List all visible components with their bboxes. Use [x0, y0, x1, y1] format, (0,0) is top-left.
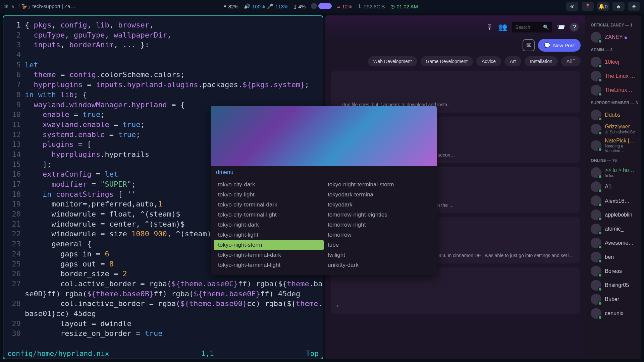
- speaker-icon: 🔊: [244, 3, 250, 9]
- line-number: 18: [3, 189, 25, 199]
- avatar: [591, 308, 601, 319]
- member-row[interactable]: Awesomeness211i: [589, 236, 638, 250]
- avatar: [591, 167, 601, 178]
- member-row[interactable]: NatePick | Pop!_OS…◆Needing a Vacation…: [589, 136, 638, 155]
- code-content: gaps_out = 8: [25, 259, 114, 269]
- member-name: cenunix: [605, 310, 623, 316]
- tag-filter[interactable]: Installation: [525, 56, 558, 66]
- dmenu-item[interactable]: tube: [324, 240, 433, 250]
- line-number: 5: [3, 60, 25, 70]
- boost-badge-icon: ◆: [624, 35, 627, 40]
- code-content: gaps_in = 6: [25, 249, 109, 259]
- dmenu-item[interactable]: tomorrow-night-eighties: [324, 210, 433, 220]
- dmenu-item[interactable]: tokyo-city-dark: [214, 180, 324, 190]
- member-row[interactable]: Brisingr05: [589, 278, 638, 292]
- member-row[interactable]: Buber: [589, 292, 638, 306]
- code-content: hyprplugins.hyprtrails: [25, 149, 149, 160]
- visibility-icon[interactable]: 👁: [566, 2, 578, 11]
- member-row[interactable]: cenunix: [589, 306, 638, 320]
- member-name: >> lu > hovership > …◆: [605, 167, 636, 173]
- pin-icon[interactable]: 📍: [582, 2, 594, 11]
- member-row[interactable]: Boreas: [589, 264, 638, 278]
- status-online-icon: [598, 189, 602, 193]
- scroll-position: Top: [306, 349, 319, 358]
- forum-controls: ✉ 💬 New Post: [325, 39, 585, 56]
- tag-filter[interactable]: Game Development: [421, 56, 473, 66]
- notifications-button[interactable]: 🔔0: [597, 2, 609, 11]
- tag-filter[interactable]: Art: [504, 56, 521, 66]
- member-status: Needing a Vacation…: [605, 144, 636, 153]
- status-online-icon: [598, 245, 602, 249]
- post-snippet: r: [337, 303, 574, 308]
- dmenu-item[interactable]: tokyo-city-terminal-dark: [214, 200, 324, 210]
- member-row[interactable]: appleboblin: [589, 208, 638, 222]
- member-name: Brisingr05: [605, 282, 629, 288]
- dmenu-item[interactable]: tokyo-night-terminal-storm: [324, 180, 433, 190]
- theme-preview-image: [211, 106, 437, 166]
- dmenu-item[interactable]: tomorrow-night: [324, 220, 433, 230]
- code-line: 29 layout = dwindle: [3, 319, 323, 329]
- member-row[interactable]: TheLinuxCast: [589, 83, 638, 97]
- dmenu-item[interactable]: tokyodark: [324, 200, 433, 210]
- member-row[interactable]: atomic_: [589, 222, 638, 236]
- line-number: 7: [3, 80, 25, 90]
- code-content: inputs, borderAnim, ... }:: [25, 40, 149, 50]
- member-row[interactable]: 10leej: [589, 55, 638, 69]
- tag-filter[interactable]: Advice: [476, 56, 501, 66]
- code-line: 2 cpuType, gpuType, wallpaperDir,: [3, 30, 323, 40]
- code-line: 3 inputs, borderAnim, ... }:: [3, 40, 323, 50]
- discord-icon[interactable]: ◈: [628, 2, 640, 11]
- disk-stat: ⬇ 292.8GiB: [358, 3, 385, 9]
- tag-all[interactable]: All ˅: [561, 56, 581, 66]
- user-icon[interactable]: ☻: [612, 2, 625, 11]
- dmenu-item[interactable]: tokyodark-terminal: [324, 190, 433, 200]
- snowflake-icon: ❄: [4, 3, 8, 10]
- members-sidebar[interactable]: OFFICIAL ZANEY — 1ZANEY◆ADMIN — 310leejT…: [585, 15, 641, 359]
- member-row[interactable]: The Linux Tube: [589, 69, 638, 83]
- dmenu-item[interactable]: tomorrow: [324, 230, 433, 240]
- code-line: 5let: [3, 60, 323, 70]
- tag-filter[interactable]: Web Development: [368, 56, 417, 66]
- help-icon[interactable]: ?: [570, 23, 579, 32]
- code-line: 28 col.inactive_border = rgba(${theme.ba…: [3, 299, 323, 309]
- status-bar: ❄ # 「🦆」tech-support | Za… ▾ 82% 🔊 100% 🎤…: [0, 0, 644, 13]
- dmenu-item[interactable]: tokyo-night-dark: [214, 220, 324, 230]
- member-row[interactable]: ZANEY◆: [589, 30, 638, 44]
- search-input[interactable]: Search 🔍: [512, 22, 552, 33]
- code-content: in with lib; {: [25, 90, 87, 100]
- dmenu-item[interactable]: tokyo-city-light: [214, 190, 324, 200]
- code-content: ];: [25, 160, 51, 170]
- avatar: [591, 85, 601, 96]
- member-row[interactable]: ben: [589, 250, 638, 264]
- mark-read-icon[interactable]: ✉: [523, 39, 535, 51]
- inbox-icon[interactable]: 📨: [557, 23, 565, 31]
- battery-stat: ▯ 4%: [293, 3, 306, 9]
- member-row[interactable]: Grizzlywer⚠ Schlafscheiße: [589, 122, 638, 136]
- dmenu-item[interactable]: unikitty-dark: [324, 260, 433, 270]
- member-row[interactable]: >> lu > hovership > …◆hi luu: [589, 166, 638, 180]
- dmenu-item[interactable]: tokyo-night-terminal-dark: [214, 250, 324, 260]
- member-row[interactable]: Alex516😄😳: [589, 194, 638, 208]
- dmenu-item[interactable]: tokyo-city-terminal-light: [214, 210, 324, 220]
- code-content: xwayland.enable = true;: [25, 120, 145, 130]
- avatar: [591, 266, 601, 277]
- code-content: general {: [25, 239, 92, 249]
- dmenu-item[interactable]: tokyo-night-terminal-light: [214, 260, 324, 270]
- member-name: ZANEY◆: [605, 34, 627, 40]
- member-row[interactable]: A1: [589, 180, 638, 194]
- mute-icon[interactable]: 🎙: [486, 23, 493, 32]
- line-number: 15: [3, 160, 25, 170]
- member-row[interactable]: Ddubs: [589, 108, 638, 122]
- code-content: layout = dwindle: [25, 319, 131, 329]
- channel-header: 🎙 👥 Search 🔍 📨 ?: [325, 15, 585, 39]
- new-post-button[interactable]: 💬 New Post: [538, 39, 581, 52]
- member-section-header: SUPPORT MEMBER — 3: [591, 101, 638, 105]
- dmenu-item[interactable]: tokyo-night-light: [214, 230, 324, 240]
- members-toggle-icon[interactable]: 👥: [498, 23, 507, 32]
- dmenu-item[interactable]: twilight: [324, 250, 433, 260]
- dmenu-launcher[interactable]: dmenu tokyo-city-darktokyo-city-lighttok…: [211, 106, 437, 275]
- line-number: 30: [3, 328, 25, 339]
- dmenu-item[interactable]: tokyo-night-storm: [214, 240, 324, 250]
- avatar: [591, 224, 601, 234]
- line-number: 13: [3, 139, 25, 149]
